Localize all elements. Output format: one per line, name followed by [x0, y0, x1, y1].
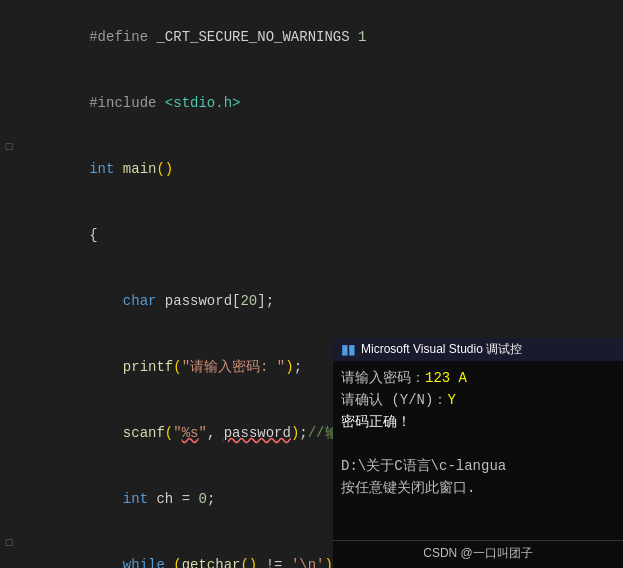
- paren6: (: [173, 359, 181, 375]
- paren6c: ): [285, 359, 293, 375]
- space9: [165, 557, 173, 568]
- console-line-3: 密码正确！: [341, 411, 615, 433]
- console-line-2: 请确认 (Y/N)：Y: [341, 389, 615, 411]
- semi6: ;: [294, 359, 302, 375]
- while-kw: while: [123, 557, 165, 568]
- vs-icon: ▮▮: [341, 342, 355, 357]
- char-kw: char: [123, 293, 157, 309]
- line-5-text: char password[20];: [18, 268, 623, 334]
- paren7: (: [165, 425, 173, 441]
- gutter-9: □: [0, 532, 18, 554]
- int-kw2: int: [123, 491, 148, 507]
- code-line-5: char password[20];: [0, 268, 623, 334]
- main-func: main: [123, 161, 157, 177]
- console-overlay: ▮▮ Microsoft Visual Studio 调试控 请输入密码：123…: [333, 338, 623, 568]
- macro-name: _CRT_SECURE_NO_WARNINGS: [156, 29, 358, 45]
- line-1-text: #define _CRT_SECURE_NO_WARNINGS 1: [18, 4, 623, 70]
- newline-char: '\n': [291, 557, 325, 568]
- semi8: ;: [207, 491, 215, 507]
- scanf-kw: scanf: [123, 425, 165, 441]
- str6: "请输入密码: ": [182, 359, 286, 375]
- line-2-text: #include <stdio.h>: [18, 70, 623, 136]
- parens: (): [156, 161, 173, 177]
- comma7: ,: [207, 425, 224, 441]
- getchar-kw: getchar: [182, 557, 241, 568]
- semi: ];: [257, 293, 274, 309]
- int-kw: int: [89, 161, 114, 177]
- paren9b: (): [240, 557, 257, 568]
- input-value-1: 123 A: [425, 370, 467, 386]
- console-line-4: [341, 433, 615, 455]
- semi7: ;: [299, 425, 307, 441]
- line-4-text: {: [18, 202, 623, 268]
- code-line-3: □ int main(): [0, 136, 623, 202]
- console-body: 请输入密码：123 A 请确认 (Y/N)：Y 密码正确！ D:\关于C语言\c…: [333, 361, 623, 540]
- zero: 0: [198, 491, 206, 507]
- macro-val: 1: [358, 29, 366, 45]
- console-titlebar: ▮▮ Microsoft Visual Studio 调试控: [333, 338, 623, 361]
- brace-open: {: [89, 227, 97, 243]
- include-kw: #include: [89, 95, 165, 111]
- console-title: Microsoft Visual Studio 调试控: [361, 341, 522, 358]
- indent6: [89, 359, 123, 375]
- gutter-3: □: [0, 136, 18, 158]
- code-line-2: #include <stdio.h>: [0, 70, 623, 136]
- indent7: [89, 425, 123, 441]
- preprocessor-1: #define: [89, 29, 156, 45]
- console-line-6: 按任意键关闭此窗口.: [341, 477, 615, 499]
- arr-size: 20: [240, 293, 257, 309]
- indent8: [89, 491, 123, 507]
- neq: !=: [257, 557, 291, 568]
- input-value-2: Y: [447, 392, 455, 408]
- fmt7: "%s": [173, 425, 207, 441]
- paren9c: ): [325, 557, 333, 568]
- editor-area: #define _CRT_SECURE_NO_WARNINGS 1 #inclu…: [0, 0, 623, 568]
- console-line-5: D:\关于C语言\c-langua: [341, 455, 615, 477]
- var-decl: password[: [156, 293, 240, 309]
- console-line-1: 请输入密码：123 A: [341, 367, 615, 389]
- passwd-arg: password: [224, 425, 291, 441]
- console-footer: CSDN @一口叫团子: [333, 540, 623, 568]
- paren9: (: [173, 557, 181, 568]
- indent9: [89, 557, 123, 568]
- include-file: <stdio.h>: [165, 95, 241, 111]
- printf-kw: printf: [123, 359, 173, 375]
- code-line-1: #define _CRT_SECURE_NO_WARNINGS 1: [0, 4, 623, 70]
- indent5: [89, 293, 123, 309]
- space: [114, 161, 122, 177]
- line-3-text: int main(): [18, 136, 623, 202]
- footer-text: CSDN @一口叫团子: [423, 546, 533, 560]
- code-line-4: {: [0, 202, 623, 268]
- ch-decl: ch =: [148, 491, 198, 507]
